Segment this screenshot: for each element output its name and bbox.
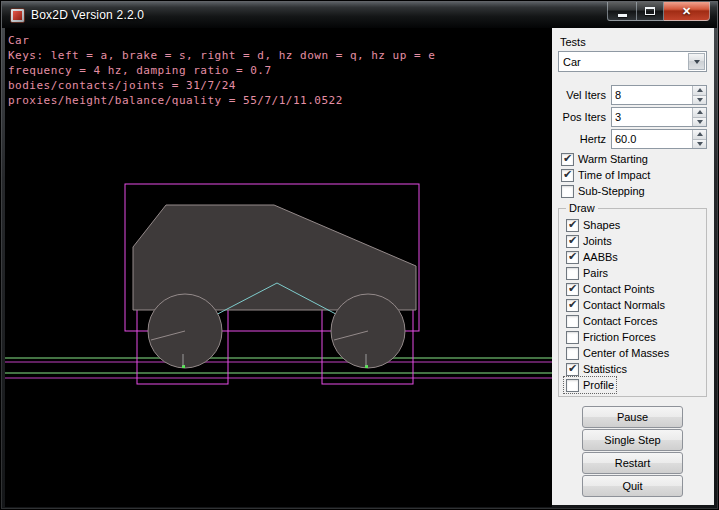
arrow-up-icon <box>697 132 703 136</box>
solver-options: ✔ Warm Starting ✔ Time of Impact ✔ Sub-S… <box>558 151 707 199</box>
checkbox-box[interactable]: ✔ <box>561 169 574 182</box>
checkbox-label: Statistics <box>583 363 627 375</box>
quit-button[interactable]: Quit <box>582 475 683 497</box>
checkbox-box[interactable]: ✔ <box>566 219 579 232</box>
checkbox-friction-forces[interactable]: ✔ Friction Forces <box>564 329 658 345</box>
checkbox-label: Profile <box>583 379 614 391</box>
simulation-view[interactable]: Car Keys: left = a, brake = s, right = d… <box>5 28 552 507</box>
window-content: Car Keys: left = a, brake = s, right = d… <box>5 28 714 505</box>
vel-iters-spinner <box>611 85 707 105</box>
pos-iters-spin-buttons <box>692 108 706 126</box>
spin-down-button[interactable] <box>693 140 706 149</box>
checkbox-label: Sub-Stepping <box>578 185 645 197</box>
app-window: Box2D Version 2.2.0 ✕ <box>0 0 719 510</box>
checkbox-box[interactable]: ✔ <box>566 379 579 392</box>
check-icon: ✔ <box>563 169 572 180</box>
spin-down-button[interactable] <box>693 118 706 127</box>
vel-iters-input[interactable] <box>612 86 692 104</box>
checkbox-box[interactable]: ✔ <box>566 283 579 296</box>
checkbox-label: Time of Impact <box>578 169 650 181</box>
checkbox-time-of-impact[interactable]: ✔ Time of Impact <box>559 167 652 183</box>
checkbox-label: Warm Starting <box>578 153 648 165</box>
checkbox-box[interactable]: ✔ <box>566 347 579 360</box>
check-icon: ✔ <box>568 235 577 246</box>
checkbox-box[interactable]: ✔ <box>566 315 579 328</box>
vel-iters-label: Vel Iters <box>566 89 606 101</box>
arrow-down-icon <box>697 120 703 124</box>
app-icon <box>10 8 25 23</box>
pos-iters-input[interactable] <box>612 108 692 126</box>
hertz-input[interactable] <box>612 130 692 148</box>
checkbox-statistics[interactable]: ✔ Statistics <box>564 361 629 377</box>
minimize-button[interactable] <box>607 2 636 21</box>
checkbox-label: Contact Points <box>583 283 655 295</box>
checkbox-label: Pairs <box>583 267 608 279</box>
checkbox-label: Joints <box>583 235 612 247</box>
spin-down-button[interactable] <box>693 96 706 105</box>
spin-up-button[interactable] <box>693 86 706 96</box>
checkbox-pairs[interactable]: ✔ Pairs <box>564 265 610 281</box>
spin-up-button[interactable] <box>693 130 706 140</box>
checkbox-joints[interactable]: ✔ Joints <box>564 233 614 249</box>
checkbox-box[interactable]: ✔ <box>566 331 579 344</box>
physics-canvas[interactable]: Car Keys: left = a, brake = s, right = d… <box>5 28 552 507</box>
arrow-down-icon <box>697 98 703 102</box>
check-icon: ✔ <box>568 363 577 374</box>
hertz-row: Hertz <box>558 129 707 149</box>
tests-label: Tests <box>560 36 707 48</box>
hertz-spinner <box>611 129 707 149</box>
checkbox-box[interactable]: ✔ <box>566 235 579 248</box>
restart-button[interactable]: Restart <box>582 452 683 474</box>
frequency-text: frequency = 4 hz, damping ratio = 0.7 <box>8 64 272 77</box>
close-icon: ✕ <box>682 6 691 17</box>
checkbox-sub-stepping[interactable]: ✔ Sub-Stepping <box>559 183 647 199</box>
check-icon: ✔ <box>563 153 572 164</box>
test-title-text: Car <box>8 34 29 47</box>
titlebar[interactable]: Box2D Version 2.2.0 ✕ <box>2 2 717 28</box>
arrow-up-icon <box>697 110 703 114</box>
checkbox-contact-normals[interactable]: ✔ Contact Normals <box>564 297 667 313</box>
chevron-down-icon <box>694 60 700 64</box>
close-button[interactable]: ✕ <box>664 2 710 21</box>
checkbox-box[interactable]: ✔ <box>561 185 574 198</box>
checkbox-box[interactable]: ✔ <box>566 251 579 264</box>
checkbox-box[interactable]: ✔ <box>566 299 579 312</box>
check-icon: ✔ <box>568 299 577 310</box>
checkbox-box[interactable]: ✔ <box>561 153 574 166</box>
tests-dropdown-value: Car <box>559 56 687 68</box>
hertz-spin-buttons <box>692 130 706 148</box>
checkbox-center-of-masses[interactable]: ✔ Center of Masses <box>564 345 671 361</box>
tests-dropdown[interactable]: Car <box>558 51 707 72</box>
dropdown-arrow-button[interactable] <box>688 53 705 70</box>
check-icon: ✔ <box>568 219 577 230</box>
check-icon: ✔ <box>568 251 577 262</box>
checkbox-aabbs[interactable]: ✔ AABBs <box>564 249 620 265</box>
checkbox-profile[interactable]: ✔ Profile <box>564 377 616 393</box>
draw-group-title: Draw <box>566 202 598 214</box>
pause-button[interactable]: Pause <box>582 406 683 428</box>
spin-up-button[interactable] <box>693 108 706 118</box>
hertz-label: Hertz <box>580 133 606 145</box>
single-step-button[interactable]: Single Step <box>582 429 683 451</box>
keys-help-text: Keys: left = a, brake = s, right = d, hz… <box>8 49 435 62</box>
maximize-button[interactable] <box>636 2 664 21</box>
checkbox-box[interactable]: ✔ <box>566 363 579 376</box>
vel-iters-row: Vel Iters <box>558 85 707 105</box>
proxies-stats-text: proxies/height/balance/quality = 55/7/1/… <box>8 94 343 107</box>
arrow-down-icon <box>697 142 703 146</box>
pos-iters-row: Pos Iters <box>558 107 707 127</box>
checkbox-contact-points[interactable]: ✔ Contact Points <box>564 281 657 297</box>
check-icon: ✔ <box>568 283 577 294</box>
checkbox-contact-forces[interactable]: ✔ Contact Forces <box>564 313 660 329</box>
bodies-stats-text: bodies/contacts/joints = 31/7/24 <box>8 79 236 92</box>
checkbox-shapes[interactable]: ✔ Shapes <box>564 217 622 233</box>
checkbox-label: Contact Normals <box>583 299 665 311</box>
window-controls: ✕ <box>607 2 710 21</box>
checkbox-box[interactable]: ✔ <box>566 267 579 280</box>
checkbox-label: AABBs <box>583 251 618 263</box>
checkbox-label: Friction Forces <box>583 331 656 343</box>
vel-iters-spin-buttons <box>692 86 706 104</box>
minimize-icon <box>618 14 627 17</box>
checkbox-label: Center of Masses <box>583 347 669 359</box>
checkbox-warm-starting[interactable]: ✔ Warm Starting <box>559 151 650 167</box>
